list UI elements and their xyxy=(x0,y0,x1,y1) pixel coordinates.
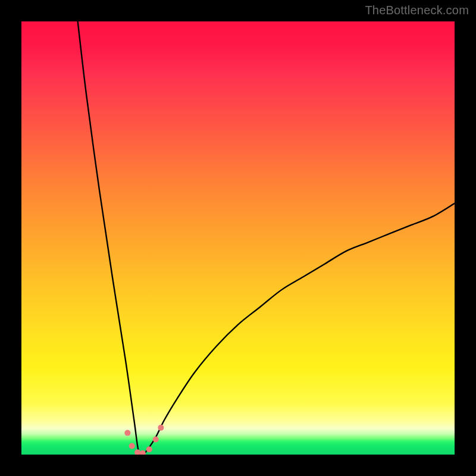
curve-marker xyxy=(134,449,140,455)
curve-marker xyxy=(158,425,164,431)
curve-marker xyxy=(129,443,135,449)
curve-marker xyxy=(146,446,152,452)
plot-area xyxy=(21,21,455,455)
curve-svg xyxy=(21,21,455,455)
curve-marker xyxy=(124,430,130,436)
curve-marker xyxy=(140,450,146,455)
curve-marker xyxy=(153,437,159,443)
curve-markers xyxy=(124,425,164,455)
outer-frame: TheBottleneck.com xyxy=(0,0,476,476)
bottleneck-curve xyxy=(78,21,455,455)
watermark-text: TheBottleneck.com xyxy=(365,4,469,17)
